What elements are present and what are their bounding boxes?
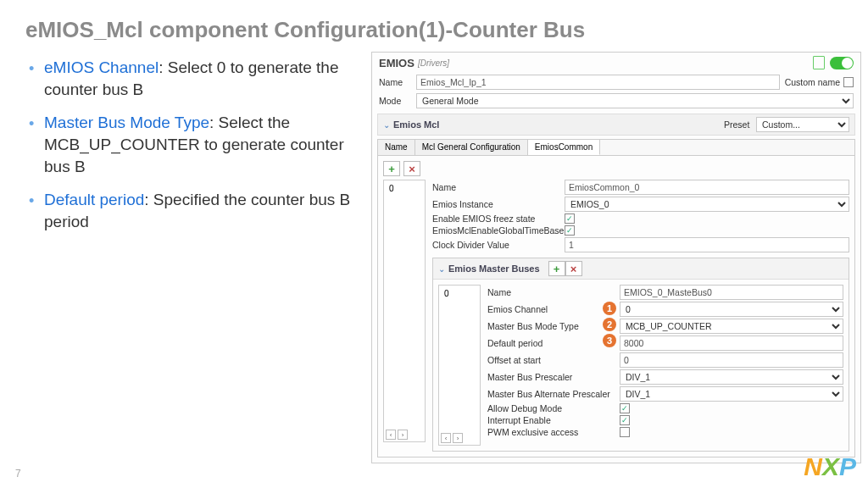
doc-icon[interactable] bbox=[813, 56, 825, 69]
fld-name-label: Name bbox=[432, 182, 559, 192]
bus-name-input[interactable] bbox=[620, 285, 843, 300]
bus-period-label: Default period bbox=[487, 338, 615, 348]
bus-altprescaler-label: Master Bus Alternate Prescaler bbox=[487, 389, 615, 399]
bus-irq-label: Interrupt Enable bbox=[487, 415, 615, 425]
panel-title: EMIOS bbox=[379, 57, 415, 69]
list-item[interactable]: 0 bbox=[441, 287, 478, 300]
term-period: Default period bbox=[44, 191, 144, 208]
common-list[interactable]: 0 ‹› bbox=[383, 180, 426, 442]
fld-freeze-label: Enable EMIOS freez state bbox=[432, 214, 559, 224]
tab-general[interactable]: Mcl General Configuration bbox=[415, 140, 528, 155]
bus-pwm-checkbox[interactable] bbox=[620, 427, 630, 437]
sub-add-button[interactable]: + bbox=[548, 261, 565, 276]
panel-subtitle: [Drivers] bbox=[418, 58, 449, 68]
bus-channel-label: Emios Channel bbox=[487, 304, 615, 314]
bus-pwm-label: PWM exclusive access bbox=[487, 427, 615, 437]
callout-badge-2: 2 bbox=[603, 318, 616, 331]
custom-name-label: Custom name bbox=[785, 77, 840, 87]
fld-freeze-checkbox[interactable]: ✓ bbox=[565, 214, 575, 224]
slide-title: eMIOS_Mcl component Configuration(1)-Cou… bbox=[0, 0, 868, 52]
fld-globaltb-checkbox[interactable]: ✓ bbox=[565, 225, 575, 236]
fld-clockdiv-label: Clock Divider Value bbox=[432, 240, 559, 250]
scroll-left-icon[interactable]: ‹ bbox=[386, 430, 396, 440]
term-mode: Master Bus Mode Type bbox=[44, 114, 209, 131]
bus-name-label: Name bbox=[487, 287, 615, 297]
common-form: Name Emios InstanceEMIOS_0 Enable EMIOS … bbox=[432, 180, 849, 452]
scroll-right-icon[interactable]: › bbox=[398, 430, 408, 440]
bullet-2: Master Bus Mode Type: Select the MCB_UP_… bbox=[25, 112, 364, 177]
scroll-right-icon[interactable]: › bbox=[453, 433, 463, 443]
fld-instance-select[interactable]: EMIOS_0 bbox=[565, 197, 849, 212]
bullet-3: Default period: Specified the counter bu… bbox=[25, 189, 364, 232]
tab-bar: Name Mcl General Configuration EmiosComm… bbox=[377, 139, 855, 156]
bullet-1: eMIOS Channel: Select 0 to generate the … bbox=[25, 57, 364, 100]
page-number: 7 bbox=[15, 468, 21, 480]
mode-select[interactable]: General Mode bbox=[416, 93, 854, 108]
callout-badge-3: 3 bbox=[603, 334, 616, 347]
master-buses-section: ⌄ Emios Master Buses + × 0 ‹› bbox=[432, 258, 849, 452]
name-input[interactable] bbox=[416, 75, 780, 90]
term-channel: eMIOS Channel bbox=[44, 58, 159, 76]
fld-instance-label: Emios Instance bbox=[432, 199, 559, 209]
bus-altprescaler-select[interactable]: DIV_1 bbox=[620, 386, 843, 402]
bus-mode-label: Master Bus Mode Type bbox=[487, 321, 615, 331]
enable-toggle[interactable] bbox=[830, 57, 854, 69]
bullet-list: eMIOS Channel: Select 0 to generate the … bbox=[25, 52, 364, 463]
tab-emioscommon[interactable]: EmiosCommon bbox=[528, 140, 600, 155]
chevron-down-icon: ⌄ bbox=[438, 264, 445, 274]
bus-offset-label: Offset at start bbox=[487, 355, 615, 365]
panel-header: EMIOS [Drivers] bbox=[372, 53, 860, 73]
bus-list[interactable]: 0 ‹› bbox=[438, 285, 481, 446]
bus-channel-select[interactable]: 0 bbox=[620, 302, 843, 317]
bus-offset-input[interactable] bbox=[620, 352, 843, 368]
bus-prescaler-label: Master Bus Prescaler bbox=[487, 372, 615, 382]
delete-button[interactable]: × bbox=[403, 161, 420, 176]
tab-name[interactable]: Name bbox=[378, 140, 415, 155]
preset-label: Preset bbox=[724, 119, 756, 130]
bus-form: Name Emios Channel0 Master Bus Mode Type… bbox=[487, 285, 843, 446]
preset-select[interactable]: Custom... bbox=[756, 117, 849, 132]
sub-delete-button[interactable]: × bbox=[565, 261, 582, 276]
bus-debug-checkbox[interactable]: ✓ bbox=[620, 403, 630, 413]
custom-name-wrap: Custom name bbox=[785, 77, 854, 87]
fld-clockdiv-input[interactable] bbox=[565, 237, 849, 252]
nxp-logo-icon: NXP bbox=[804, 452, 856, 481]
bus-mode-select[interactable]: MCB_UP_COUNTER bbox=[620, 319, 843, 334]
sub-title: Emios Master Buses bbox=[448, 263, 540, 274]
custom-name-checkbox[interactable] bbox=[843, 77, 854, 87]
add-button[interactable]: + bbox=[383, 161, 400, 176]
scroll-left-icon[interactable]: ‹ bbox=[441, 433, 451, 443]
bus-prescaler-select[interactable]: DIV_1 bbox=[620, 369, 843, 385]
tab-content: + × 0 ‹› Name Emios InstanceEMIOS_0 Enab… bbox=[377, 156, 855, 458]
bus-debug-label: Allow Debug Mode bbox=[487, 403, 615, 413]
name-label: Name bbox=[379, 77, 411, 87]
bus-period-input[interactable] bbox=[620, 336, 843, 351]
config-panel: EMIOS [Drivers] Name Custom name Mode Ge… bbox=[371, 52, 861, 463]
fld-globaltb-label: EmiosMclEnableGlobalTimeBase bbox=[432, 225, 559, 236]
list-item[interactable]: 0 bbox=[386, 182, 423, 195]
section-header[interactable]: ⌄ Emios Mcl Preset Custom... bbox=[377, 114, 855, 136]
fld-name-input[interactable] bbox=[565, 180, 849, 195]
callout-badge-1: 1 bbox=[603, 302, 616, 315]
bus-irq-checkbox[interactable]: ✓ bbox=[620, 415, 630, 425]
section-title: Emios Mcl bbox=[393, 119, 439, 130]
mode-label: Mode bbox=[379, 96, 411, 106]
chevron-down-icon: ⌄ bbox=[383, 120, 390, 130]
